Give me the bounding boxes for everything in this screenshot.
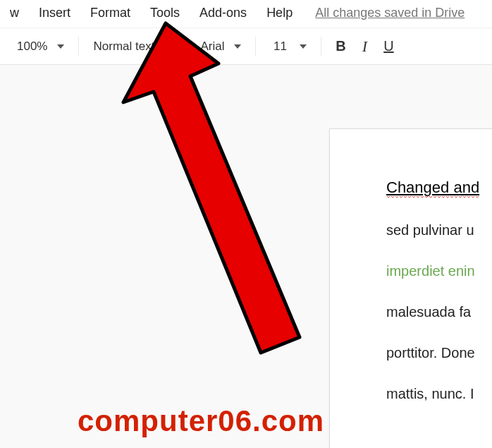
menu-format[interactable]: Format	[80, 3, 140, 23]
document-page[interactable]: Changed and sed pulvinar u imperdiet eni…	[329, 128, 492, 448]
document-line[interactable]: mattis, nunc. I	[386, 383, 492, 404]
document-line[interactable]: sed pulvinar u	[386, 219, 492, 241]
separator	[185, 37, 186, 56]
font-size-dropdown[interactable]: 11	[263, 37, 314, 56]
separator	[78, 37, 79, 56]
menu-help[interactable]: Help	[257, 3, 302, 23]
font-family-dropdown[interactable]: Arial	[193, 37, 248, 56]
bold-button[interactable]: B	[328, 35, 352, 59]
menu-bar: w Insert Format Tools Add-ons Help All c…	[0, 0, 492, 28]
document-heading[interactable]: Changed and	[386, 178, 479, 200]
chevron-down-icon	[164, 44, 171, 49]
zoom-dropdown[interactable]: 100%	[10, 37, 71, 56]
menu-tools[interactable]: Tools	[140, 3, 190, 23]
document-line-suggestion[interactable]: imperdiet enin	[386, 260, 492, 281]
menu-insert[interactable]: Insert	[29, 3, 80, 23]
italic-button[interactable]: I	[352, 35, 376, 59]
menu-addons[interactable]: Add-ons	[190, 3, 257, 23]
underline-button[interactable]: U	[376, 35, 400, 59]
watermark-text: computer06.com	[78, 404, 324, 438]
menu-view[interactable]: w	[0, 3, 29, 23]
document-canvas[interactable]: Changed and sed pulvinar u imperdiet eni…	[0, 65, 492, 448]
font-size-value: 11	[270, 40, 290, 54]
chevron-down-icon	[234, 44, 241, 49]
chevron-down-icon	[57, 44, 64, 49]
chevron-down-icon	[300, 44, 307, 49]
font-value: Arial	[200, 40, 224, 54]
separator	[321, 37, 321, 56]
toolbar: 100% Normal text Arial 11 B I U	[0, 28, 492, 65]
zoom-value: 100%	[17, 40, 47, 54]
style-value: Normal text	[93, 40, 154, 54]
separator	[255, 37, 256, 56]
document-line[interactable]: porttitor. Done	[386, 342, 492, 363]
save-status[interactable]: All changes saved in Drive	[315, 6, 465, 20]
paragraph-style-dropdown[interactable]: Normal text	[86, 37, 178, 56]
document-line[interactable]: malesuada fa	[386, 301, 492, 322]
